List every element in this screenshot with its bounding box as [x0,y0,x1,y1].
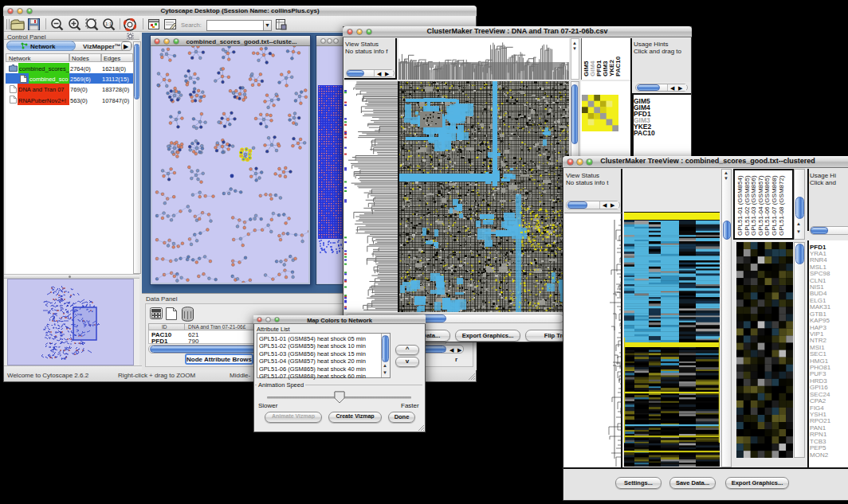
svg-text:1:1: 1:1 [105,21,112,26]
